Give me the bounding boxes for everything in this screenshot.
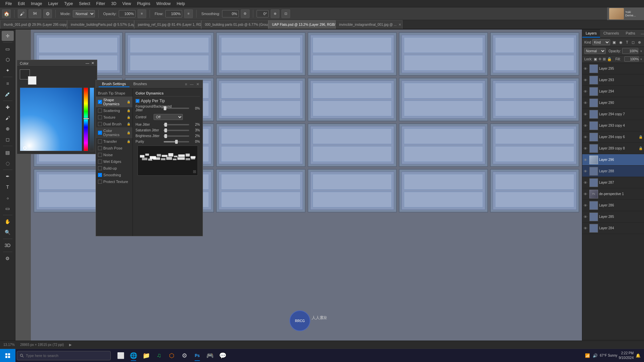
hue-jitter-thumb[interactable] (164, 123, 167, 127)
taskbar-steam[interactable]: 🎮 (204, 350, 216, 362)
lock-position[interactable]: ✛ (598, 57, 601, 61)
tab-5-close[interactable]: ✕ (398, 23, 401, 26)
brush-nav-shape-dynamics[interactable]: ✓ Shape Dynamics 🔒 (96, 97, 132, 107)
texture-check[interactable] (98, 115, 102, 119)
layer-287[interactable]: 👁 Layer 287 (582, 177, 644, 188)
layers-panel-minimize[interactable]: — (640, 32, 644, 36)
preview-settings-icon[interactable]: ⊞ (193, 169, 196, 174)
menu-window[interactable]: Window (154, 1, 173, 7)
dual-brush-check[interactable] (98, 122, 102, 126)
layer-294-copy6-vis[interactable]: 👁 (584, 135, 588, 139)
lock-pixels[interactable]: ▣ (594, 57, 597, 61)
layer-295[interactable]: 👁 Layer 295 (582, 63, 644, 74)
fg-bg-jitter-thumb[interactable] (164, 106, 166, 110)
brush-nav-smoothing[interactable]: ✓ Smoothing (96, 172, 132, 178)
tool-brush[interactable]: 🖌 (2, 113, 14, 123)
tool-pen[interactable]: ✒ (2, 171, 14, 181)
menu-edit[interactable]: Edit (15, 1, 28, 7)
tab-layers[interactable]: Layers (582, 29, 600, 38)
tab-1[interactable]: invincible_buildingParts.psd @ 5.57% (La… (67, 20, 134, 29)
menu-type[interactable]: Type (61, 1, 75, 7)
tool-3d[interactable]: 3D (2, 240, 14, 250)
layer-288-vis[interactable]: 👁 (584, 169, 588, 173)
taskbar-discord[interactable]: 💬 (217, 350, 229, 362)
build-up-check[interactable] (98, 166, 102, 170)
hue-slider[interactable] (84, 87, 88, 151)
saturation-jitter-thumb[interactable] (164, 128, 167, 132)
tool-move[interactable]: ✛ (2, 31, 14, 41)
symmetry-btn[interactable]: ⊕ (271, 9, 279, 18)
tab-3[interactable]: 000_building parts 01.psb @ 6.77% (Group… (201, 20, 268, 29)
pressure-btn[interactable]: ⊡ (281, 9, 290, 18)
layer-294[interactable]: 👁 Layer 294 (582, 86, 644, 97)
color-panel-close[interactable]: ✕ (91, 61, 94, 65)
volume-icon[interactable]: 🔊 (592, 353, 598, 358)
tab-brushes[interactable]: Brushes (130, 81, 150, 87)
flow-dynamics[interactable]: ≡ (184, 9, 193, 18)
tool-blur[interactable]: ◌ (2, 158, 14, 168)
brush-size-btn[interactable]: 94 (29, 9, 41, 18)
layer-296-vis[interactable]: 👁 (584, 158, 588, 162)
brush-nav-color-dynamics[interactable]: ✓ Color Dynamics 🔒 (96, 127, 132, 138)
tab-4[interactable]: UAP Flats.psd @ 13.2% (Layer 296, RGB/8#… (268, 20, 335, 29)
brush-nav-scattering[interactable]: Scattering 🔒 (96, 107, 132, 114)
brush-nav-transfer[interactable]: Transfer 🔒 (96, 138, 132, 145)
menu-layer[interactable]: Layer (45, 1, 61, 7)
layer-286-vis[interactable]: 👁 (584, 203, 588, 207)
layer-294-copy7[interactable]: 👁 Layer 294 copy 7 (582, 109, 644, 120)
brush-panel-close[interactable]: ✕ (196, 82, 200, 86)
brush-panel-minimize[interactable]: — (189, 82, 194, 86)
scattering-check[interactable] (98, 109, 102, 113)
menu-file[interactable]: File (3, 1, 14, 7)
tab-0[interactable]: thumb_001.psd @ 29.9% (Layer 295 copy, R… (0, 20, 67, 29)
angle-input[interactable] (257, 10, 269, 17)
tool-magic-wand[interactable]: ✦ (2, 65, 14, 75)
control-select[interactable]: Off Fade Pen Pressure Pen Tilt (154, 114, 183, 120)
smoothing-settings[interactable]: ⚙ (241, 9, 250, 18)
layer-284-vis[interactable]: 👁 (584, 226, 588, 230)
tool-settings[interactable]: ⚙ (2, 253, 14, 263)
adj-layer-btn[interactable]: ◉ (618, 40, 624, 45)
taskbar-blender[interactable]: ⬡ (166, 350, 178, 362)
layer-294-copy7-vis[interactable]: 👁 (584, 112, 588, 116)
layer-288[interactable]: 👁 Layer 288 (582, 166, 644, 177)
brush-nav-noise[interactable]: Noise (96, 152, 132, 158)
layer-293[interactable]: 👁 Layer 293 (582, 74, 644, 86)
tool-eyedropper[interactable]: 💉 (2, 89, 14, 99)
menu-filter[interactable]: Filter (94, 1, 108, 7)
smoothing-input[interactable] (222, 10, 239, 17)
brightness-jitter-slider[interactable] (164, 135, 189, 137)
tool-path[interactable]: ⬦ (2, 193, 14, 203)
layer-de-perspective[interactable]: 👁 Ps de-perspective 1 (582, 188, 644, 200)
tool-select-rect[interactable]: ▭ (2, 44, 14, 54)
home-tool[interactable]: 🏠 (2, 9, 11, 18)
layer-285-vis[interactable]: 👁 (584, 215, 588, 219)
opacity-field[interactable] (622, 48, 638, 54)
brush-settings-toggle[interactable]: ⚙ (43, 9, 52, 18)
color-gradient-field[interactable] (20, 87, 82, 151)
tab-channels[interactable]: Channels (600, 29, 622, 38)
search-bar[interactable] (17, 351, 111, 360)
color-cursor[interactable] (23, 146, 26, 150)
brush-nav-dual-brush[interactable]: Dual Brush 🔒 (96, 121, 132, 127)
taskbar-settings[interactable]: ⚙ (178, 350, 191, 362)
layer-287-vis[interactable]: 👁 (584, 181, 588, 185)
search-input[interactable] (26, 354, 108, 358)
noise-check[interactable] (98, 153, 102, 157)
brush-panel-menu[interactable]: ≡ (184, 82, 188, 86)
layer-290-vis[interactable]: 👁 (584, 101, 588, 105)
flow-input[interactable] (165, 10, 182, 17)
brightness-jitter-thumb[interactable] (164, 134, 167, 138)
brush-tool-btn[interactable]: 🖌 (18, 9, 26, 18)
layer-de-perspective-vis[interactable]: 👁 (584, 192, 588, 196)
purity-thumb[interactable] (175, 140, 178, 144)
background-color[interactable] (28, 76, 37, 85)
shape-layer-btn[interactable]: ◻ (631, 40, 636, 45)
tool-shape[interactable]: ▭ (2, 203, 14, 214)
taskbar-edge[interactable]: 🌐 (127, 350, 140, 362)
brush-nav-wet-edges[interactable]: Wet Edges (96, 158, 132, 165)
fg-bg-jitter-slider[interactable] (164, 108, 189, 109)
layer-284[interactable]: 👁 Layer 284 (582, 223, 644, 234)
layer-289-copy8-vis[interactable]: 👁 (584, 146, 588, 150)
menu-3d[interactable]: 3D (108, 1, 119, 7)
